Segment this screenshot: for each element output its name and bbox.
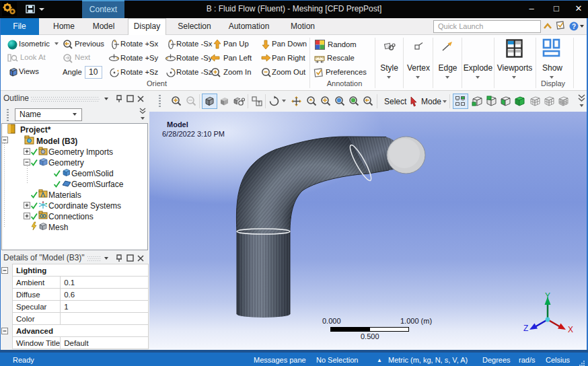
svg-text:?: ? [572, 23, 576, 30]
svg-text:Y: Y [545, 291, 550, 301]
svg-text:Z: Z [523, 324, 528, 333]
svg-text:X: X [568, 325, 573, 334]
